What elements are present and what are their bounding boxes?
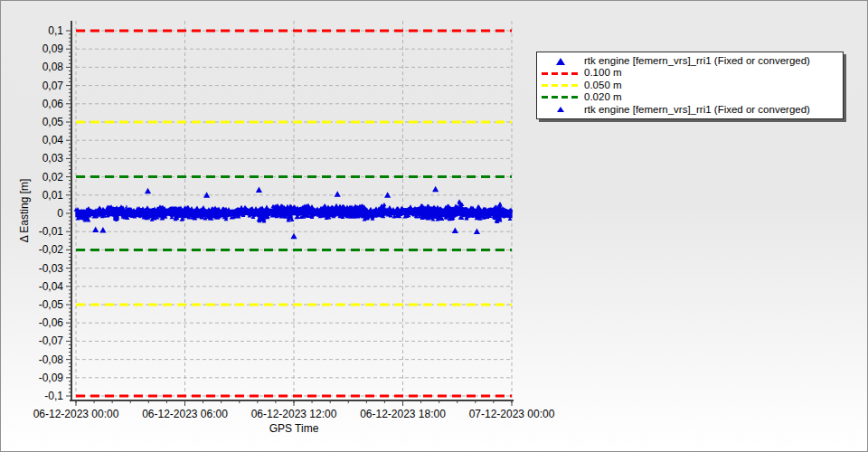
dashed-line-icon bbox=[537, 96, 584, 99]
y-tick-label: -0,04 bbox=[39, 280, 64, 293]
y-tick-label: -0,03 bbox=[39, 262, 64, 275]
legend: rtk engine [femern_vrs]_rri1 (Fixed or c… bbox=[536, 52, 844, 119]
triangle-swatch bbox=[556, 58, 565, 65]
x-tick-label: 06-12-2023 06:00 bbox=[142, 408, 228, 420]
x-axis-title: GPS Time bbox=[269, 422, 319, 435]
triangle-swatch bbox=[557, 107, 564, 112]
legend-item: rtk engine [femern_vrs]_rri1 (Fixed or c… bbox=[537, 55, 843, 67]
y-tick-label: 0,04 bbox=[42, 134, 64, 146]
y-tick-label: -0,05 bbox=[39, 298, 64, 311]
legend-item: rtk engine [femern_vrs]_rri1 (Fixed or c… bbox=[537, 104, 843, 116]
y-tick-label: 0 bbox=[57, 207, 63, 220]
legend-item: 0.050 m bbox=[537, 80, 843, 91]
dashed-line-swatch bbox=[542, 84, 580, 87]
legend-item-label: 0.020 m bbox=[584, 91, 622, 103]
y-tick-label: -0,02 bbox=[39, 243, 64, 256]
legend-item-label: 0.050 m bbox=[584, 80, 622, 91]
y-tick-label: -0,09 bbox=[39, 372, 64, 384]
x-tick-label: 06-12-2023 18:00 bbox=[360, 408, 446, 420]
y-axis-title: Δ Easting [m] bbox=[18, 179, 31, 243]
dashed-line-icon bbox=[537, 72, 584, 75]
dashed-line-swatch bbox=[542, 96, 580, 99]
x-tick-label: 06-12-2023 00:00 bbox=[33, 408, 119, 420]
chart-window: { "chart_data": { "type": "scatter", "ti… bbox=[0, 0, 868, 452]
y-tick-label: 0,02 bbox=[42, 171, 64, 184]
legend-item-label: 0.100 m bbox=[584, 67, 622, 79]
y-tick-label: 0,08 bbox=[42, 61, 64, 73]
triangle-marker-icon bbox=[537, 58, 584, 65]
y-tick-label: 0,06 bbox=[42, 98, 64, 110]
legend-item: 0.020 m bbox=[537, 91, 843, 103]
y-tick-label: -0,08 bbox=[39, 353, 64, 366]
legend-item: 0.100 m bbox=[537, 67, 843, 79]
dashed-line-swatch bbox=[542, 72, 580, 75]
triangle-marker-icon bbox=[537, 107, 584, 112]
dashed-line-icon bbox=[537, 84, 584, 87]
y-tick-label: -0,1 bbox=[44, 390, 63, 402]
y-tick-label: -0,07 bbox=[39, 334, 64, 347]
legend-item-label: rtk engine [femern_vrs]_rri1 (Fixed or c… bbox=[584, 55, 810, 67]
x-tick-label: 07-12-2023 00:00 bbox=[469, 408, 555, 420]
x-tick-label: 06-12-2023 12:00 bbox=[251, 408, 337, 420]
y-tick-label: 0,05 bbox=[42, 116, 64, 128]
y-tick-label: -0,06 bbox=[39, 316, 64, 329]
y-tick-label: 0,09 bbox=[42, 42, 64, 55]
y-tick-label: 0,07 bbox=[42, 80, 64, 92]
y-tick-label: 0,03 bbox=[42, 152, 64, 165]
y-tick-label: 0,01 bbox=[42, 189, 64, 202]
y-tick-label: -0,01 bbox=[39, 225, 64, 238]
y-tick-label: 0,1 bbox=[48, 24, 63, 37]
legend-item-label: rtk engine [femern_vrs]_rri1 (Fixed or c… bbox=[584, 104, 810, 116]
